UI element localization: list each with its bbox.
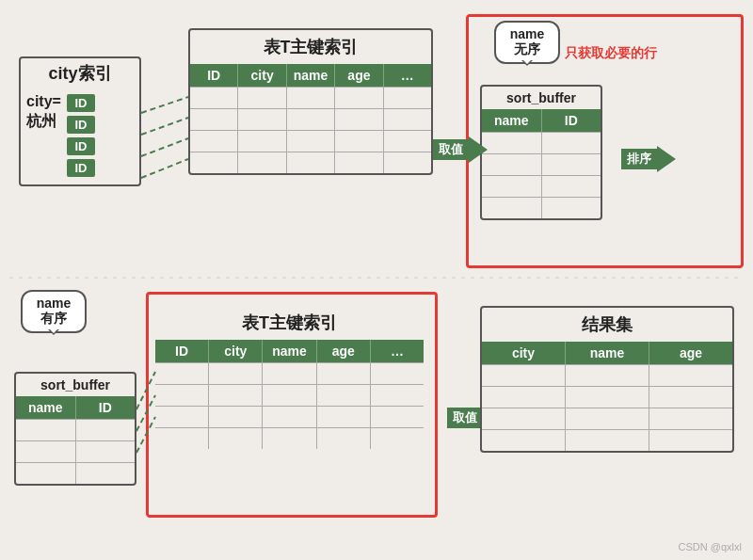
sort-buffer-top: sort_buffer name ID — [480, 85, 602, 220]
id-cell: ID — [67, 159, 95, 177]
td — [482, 154, 542, 175]
td — [384, 131, 431, 152]
td — [190, 88, 238, 108]
td — [384, 88, 431, 108]
td — [263, 428, 316, 449]
table-row — [190, 108, 431, 130]
th-id: ID — [190, 64, 238, 87]
th-name: name — [263, 340, 316, 362]
td — [542, 154, 601, 175]
th-id: ID — [76, 396, 136, 419]
th-dots: … — [384, 64, 431, 87]
td — [16, 420, 76, 440]
td — [335, 152, 383, 173]
td — [566, 408, 649, 429]
td — [209, 407, 263, 427]
td — [482, 133, 542, 153]
sort-buffer-bottom-header: name ID — [16, 396, 135, 419]
arrow-head — [469, 136, 488, 163]
table-row — [155, 427, 424, 449]
th-age: age — [649, 342, 732, 364]
td — [238, 131, 286, 152]
td — [317, 363, 371, 384]
td — [482, 365, 566, 386]
td — [335, 88, 383, 108]
city-index-box: city索引 city=杭州 ID ID ID ID — [19, 56, 141, 186]
td — [384, 109, 431, 130]
table-row — [190, 130, 431, 152]
table-row — [482, 197, 601, 218]
table-row — [190, 152, 431, 173]
td — [287, 131, 335, 152]
id-cell: ID — [67, 137, 95, 155]
td — [371, 428, 424, 449]
td — [76, 463, 136, 484]
th-name: name — [482, 109, 542, 132]
td — [649, 387, 732, 408]
th-id: ID — [542, 109, 601, 132]
table-row — [155, 362, 424, 384]
td — [482, 408, 566, 429]
table-row — [16, 440, 135, 462]
sort-buffer-top-header: name ID — [482, 109, 601, 132]
th-city: city — [482, 342, 566, 364]
td — [566, 365, 649, 386]
td — [263, 407, 316, 427]
table-row — [16, 419, 135, 440]
arrow-quzhi-top-label: 取值 — [433, 139, 469, 160]
td — [542, 133, 601, 153]
td — [335, 131, 383, 152]
td — [287, 109, 335, 130]
csdn-label: CSDN @qxlxl — [679, 541, 742, 552]
table-row — [482, 386, 732, 408]
result-set: 结果集 city name age — [480, 306, 734, 453]
table-row — [482, 364, 732, 386]
table-row — [155, 406, 424, 427]
th-name: name — [16, 396, 76, 419]
td — [371, 363, 424, 384]
th-age: age — [335, 64, 383, 87]
table-row — [482, 132, 601, 153]
th-dots: … — [371, 340, 424, 362]
td — [649, 408, 732, 429]
td — [155, 407, 209, 427]
td — [482, 387, 566, 408]
td — [542, 176, 601, 197]
result-set-header: city name age — [482, 342, 732, 364]
td — [155, 428, 209, 449]
main-table-top-header: ID city name age … — [190, 64, 431, 87]
arrow-quzhi-top: 取值 — [433, 136, 488, 163]
svg-line-0 — [141, 97, 188, 113]
speech-bubble-bottom: name有序 — [21, 290, 87, 333]
table-row — [482, 429, 732, 451]
sort-buffer-top-label: sort_buffer — [482, 87, 601, 109]
result-set-title: 结果集 — [482, 308, 732, 342]
td — [209, 385, 263, 406]
td — [566, 387, 649, 408]
main-table-bottom: 表T主键索引 ID city name age … — [155, 306, 424, 449]
svg-line-1 — [141, 118, 188, 135]
td — [190, 152, 238, 173]
th-name: name — [287, 64, 335, 87]
td — [16, 441, 76, 462]
table-row — [482, 408, 732, 429]
td — [317, 428, 371, 449]
td — [649, 365, 732, 386]
main-table-bottom-header: ID city name age … — [155, 340, 424, 362]
td — [190, 131, 238, 152]
table-row — [482, 175, 601, 197]
speech-bubble-top: name无序 — [494, 21, 560, 64]
id-cell: ID — [67, 94, 95, 112]
table-row — [16, 462, 135, 484]
arrow-paixu: 排序 — [621, 146, 676, 172]
td — [482, 198, 542, 218]
td — [317, 407, 371, 427]
td — [76, 441, 136, 462]
arrow-quzhi-bottom-label: 取值 — [447, 408, 483, 428]
arrow-head — [657, 146, 676, 172]
td — [371, 407, 424, 427]
td — [76, 420, 136, 440]
id-list: ID ID ID ID — [67, 94, 95, 177]
sort-buffer-bottom: sort_buffer name ID — [14, 372, 136, 486]
th-age: age — [317, 340, 371, 362]
